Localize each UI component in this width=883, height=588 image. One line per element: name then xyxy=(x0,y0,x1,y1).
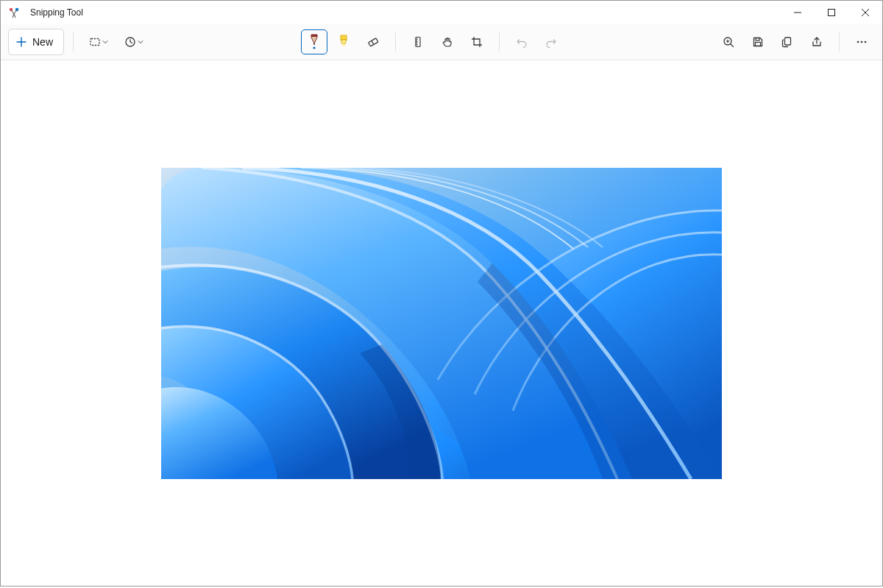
svg-point-16 xyxy=(857,41,859,43)
separator xyxy=(499,32,500,52)
save-icon xyxy=(752,36,764,48)
ruler-icon xyxy=(412,36,424,48)
app-title: Snipping Tool xyxy=(30,7,83,18)
canvas-area[interactable] xyxy=(1,60,882,586)
new-button-label: New xyxy=(32,36,53,48)
save-button[interactable] xyxy=(745,29,771,54)
chevron-down-icon xyxy=(138,39,143,45)
minimize-button[interactable] xyxy=(781,1,815,24)
svg-line-10 xyxy=(372,40,374,44)
clock-icon xyxy=(124,36,136,48)
new-button[interactable]: New xyxy=(8,29,64,55)
svg-point-17 xyxy=(861,41,863,43)
captured-image xyxy=(161,168,722,479)
copy-icon xyxy=(781,36,793,48)
undo-icon xyxy=(516,36,528,48)
svg-rect-3 xyxy=(91,39,99,46)
close-button[interactable] xyxy=(848,1,882,24)
more-icon xyxy=(856,36,868,48)
zoom-button[interactable] xyxy=(715,29,742,54)
chevron-down-icon xyxy=(102,39,108,45)
svg-rect-14 xyxy=(756,43,761,46)
maximize-button[interactable] xyxy=(815,1,848,24)
copy-button[interactable] xyxy=(774,29,801,54)
crop-button[interactable] xyxy=(464,29,490,54)
app-icon xyxy=(8,7,20,18)
ballpoint-pen-icon xyxy=(307,34,322,50)
svg-rect-7 xyxy=(341,35,347,40)
app-window: Snipping Tool New xyxy=(0,0,883,587)
highlighter-icon xyxy=(336,34,351,50)
svg-rect-9 xyxy=(369,38,378,46)
toolbar-left: New xyxy=(8,29,150,55)
rectangle-snip-icon xyxy=(89,36,101,48)
undo-button[interactable] xyxy=(508,29,535,54)
hand-icon xyxy=(442,36,453,48)
ruler-button[interactable] xyxy=(405,29,431,54)
redo-icon xyxy=(545,36,557,48)
crop-icon xyxy=(471,36,483,48)
toolbar-right xyxy=(715,29,875,54)
highlighter-tool-button[interactable] xyxy=(330,29,357,54)
toolbar-center xyxy=(301,29,564,54)
svg-rect-15 xyxy=(785,38,791,45)
delay-dropdown[interactable] xyxy=(118,29,150,54)
svg-rect-5 xyxy=(311,35,317,37)
svg-point-18 xyxy=(865,41,867,43)
plus-icon xyxy=(16,37,26,47)
titlebar: Snipping Tool xyxy=(1,1,882,24)
share-icon xyxy=(811,36,823,48)
zoom-in-icon xyxy=(723,36,734,48)
separator xyxy=(839,32,840,52)
svg-point-6 xyxy=(313,46,315,49)
svg-rect-2 xyxy=(829,10,835,16)
share-button[interactable] xyxy=(804,29,830,54)
separator xyxy=(73,32,74,52)
eraser-icon xyxy=(366,35,380,49)
touch-writing-button[interactable] xyxy=(434,29,461,54)
pen-tool-button[interactable] xyxy=(301,29,327,54)
svg-rect-8 xyxy=(342,44,345,46)
more-button[interactable] xyxy=(848,29,875,54)
toolbar: New xyxy=(1,24,882,60)
eraser-tool-button[interactable] xyxy=(360,29,386,54)
redo-button[interactable] xyxy=(538,29,564,54)
separator xyxy=(395,32,396,52)
svg-rect-13 xyxy=(756,38,759,41)
snip-mode-dropdown[interactable] xyxy=(82,29,115,54)
